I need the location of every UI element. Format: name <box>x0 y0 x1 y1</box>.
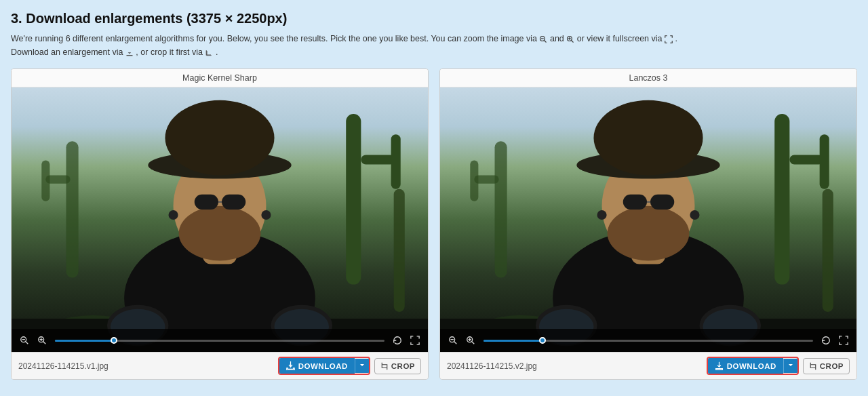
panel-1-zoom-track <box>55 340 114 342</box>
panel-1-download-icon <box>286 361 295 370</box>
zoom-out-icon <box>539 35 547 43</box>
desc-and: and <box>550 34 564 43</box>
panel-1-crop-btn[interactable]: CROP <box>374 358 421 374</box>
desc-line2: Download an enlargement via <box>11 47 123 57</box>
panel-1-reset-btn[interactable] <box>390 334 405 346</box>
panel-2-bg <box>440 87 856 352</box>
panel-1-download-arrow[interactable] <box>355 359 369 373</box>
svg-line-72 <box>471 341 474 344</box>
panel-2-toolbar <box>440 329 856 352</box>
panel-2-crop-icon <box>809 362 817 370</box>
svg-line-2 <box>545 40 547 42</box>
panel-2-download-main[interactable]: DOWNLOAD <box>708 358 783 374</box>
panel-1-filename: 20241126-114215.v1.jpg <box>18 361 274 371</box>
panel-2-zoom-thumb <box>539 337 546 344</box>
desc-period: . <box>216 47 218 57</box>
panel-1-download-main[interactable]: DOWNLOAD <box>279 358 355 374</box>
panel-2-download-label: DOWNLOAD <box>727 362 776 370</box>
panel-1-download-btn[interactable]: DOWNLOAD <box>278 357 370 375</box>
panel-1-zoom-in-btn[interactable] <box>35 334 50 346</box>
panel-2-reset-btn[interactable] <box>818 334 833 346</box>
desc-or-view: or view it fullscreen via <box>577 34 663 43</box>
panel-2-download-btn[interactable]: DOWNLOAD <box>707 357 799 375</box>
panel-1-crop-icon <box>380 362 389 370</box>
panel-2-download-icon <box>715 361 724 370</box>
panel-1-footer: 20241126-114215.v1.jpg DOWNLOAD CROP <box>12 352 428 379</box>
crop-icon-desc <box>205 49 213 57</box>
panel-2-fullscreen-btn[interactable] <box>836 334 851 346</box>
svg-line-39 <box>43 341 45 344</box>
panel-1-fullscreen-btn[interactable] <box>408 334 422 346</box>
panel-2-download-arrow[interactable] <box>783 359 797 373</box>
desc-line1: We're running 6 different enlargement al… <box>11 34 537 43</box>
panel-1-header: Magic Kernel Sharp <box>12 69 428 87</box>
svg-line-68 <box>454 341 456 344</box>
panel-2-zoom-in-btn[interactable] <box>463 334 478 346</box>
panel-1-toolbar <box>12 329 428 352</box>
panel-2-filename: 20241126-114215.v2.jpg <box>447 361 703 371</box>
panel-1-zoom-thumb <box>111 337 117 344</box>
panel-1-image-area <box>12 87 428 352</box>
panel-1-zoom-out-btn[interactable] <box>17 334 32 346</box>
panel-2-dropdown-icon <box>788 363 793 368</box>
panel-2-zoom-out-btn[interactable] <box>446 334 460 346</box>
panels-container: Magic Kernel Sharp <box>11 68 857 380</box>
panel-2-crop-btn[interactable]: CROP <box>803 358 850 374</box>
description: We're running 6 different enlargement al… <box>11 32 857 59</box>
panel-1-dropdown-icon <box>359 363 365 368</box>
panel-2-zoom-track <box>484 340 542 342</box>
panel-1-crop-label: CROP <box>391 362 415 370</box>
svg-line-6 <box>571 40 573 42</box>
panel-2-crop-label: CROP <box>820 362 844 370</box>
panel-1-zoom-slider[interactable] <box>55 340 384 342</box>
panel-2-header: Lanczos 3 <box>440 69 856 87</box>
panel-2-footer: 20241126-114215.v2.jpg DOWNLOAD CROP <box>440 352 856 379</box>
zoom-in-icon <box>566 35 574 43</box>
panel-magic-kernel-sharp: Magic Kernel Sharp <box>11 68 429 380</box>
desc-dot: . <box>675 34 677 43</box>
panel-1-bg <box>12 87 428 352</box>
panel-lanczos3: Lanczos 3 <box>439 68 857 380</box>
panel-1-download-label: DOWNLOAD <box>298 362 348 370</box>
fullscreen-icon-desc <box>665 35 673 43</box>
panel-2-image-area <box>440 87 856 352</box>
desc-or-crop: , or crop it first via <box>136 47 203 57</box>
page-title: 3. Download enlargements (3375 × 2250px) <box>11 11 857 26</box>
svg-line-35 <box>25 341 28 344</box>
download-icon-desc <box>125 49 134 57</box>
panel-2-zoom-slider[interactable] <box>484 340 813 342</box>
